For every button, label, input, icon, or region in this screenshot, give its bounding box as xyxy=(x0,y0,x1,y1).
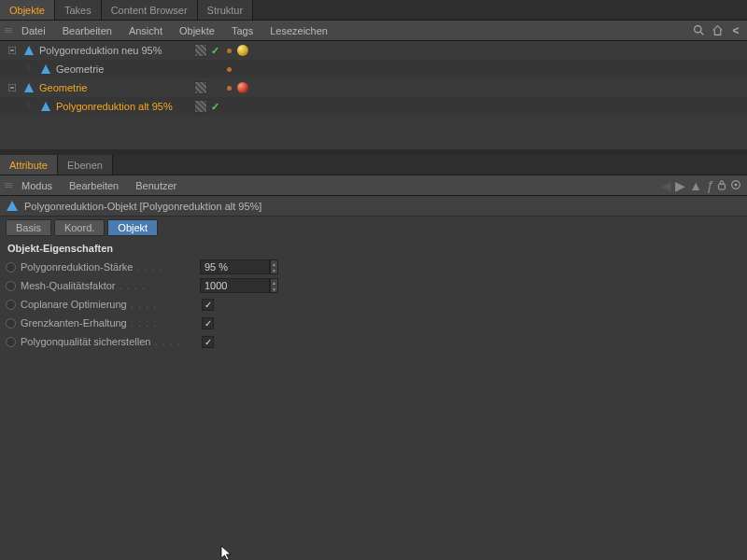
objects-tab-bar: ObjekteTakesContent BrowserStruktur xyxy=(0,0,747,21)
material-tag-icon[interactable] xyxy=(236,81,249,94)
layer-tag-icon[interactable] xyxy=(194,81,207,94)
layer-tag-icon[interactable] xyxy=(194,100,207,113)
subtab-basis[interactable]: Basis xyxy=(6,219,51,236)
spinner-down-icon[interactable]: ▼ xyxy=(271,286,277,292)
tree-item-label[interactable]: Polygonreduktion neu 95% xyxy=(39,45,162,56)
object-header-title: Polygonreduktion-Objekt [Polygonreduktio… xyxy=(24,201,261,212)
svg-marker-4 xyxy=(24,46,34,55)
property-label: Polygonqualität sicherstellen . . . . xyxy=(21,336,200,347)
svg-point-0 xyxy=(694,26,700,33)
menu-bearbeiten[interactable]: Bearbeiten xyxy=(61,180,127,191)
attribute-sub-tabs: BasisKoord.Objekt xyxy=(0,217,747,239)
triangle-icon xyxy=(22,81,35,94)
subtab-koord[interactable]: Koord. xyxy=(54,219,105,236)
menu-tags[interactable]: Tags xyxy=(223,25,261,36)
subtab-objekt[interactable]: Objekt xyxy=(107,219,158,236)
render-dot-icon[interactable] xyxy=(222,81,235,94)
render-dot-icon[interactable] xyxy=(222,44,235,57)
svg-line-1 xyxy=(700,32,703,35)
property-label: Grenzkanten-Erhaltung . . . . xyxy=(21,317,200,329)
triangle-icon xyxy=(22,44,35,57)
svg-marker-10 xyxy=(24,83,34,92)
menu-bearbeiten[interactable]: Bearbeiten xyxy=(54,25,120,36)
tree-row[interactable]: Geometrie xyxy=(0,78,747,97)
menu-objekte[interactable]: Objekte xyxy=(171,25,223,36)
menu-datei[interactable]: Datei xyxy=(13,25,54,36)
tab-attribute[interactable]: Attribute xyxy=(0,155,58,175)
property-label: Polygonreduktion-Stärke . . . . xyxy=(21,261,200,273)
menu-ansicht[interactable]: Ansicht xyxy=(120,25,171,36)
tree-item-label[interactable]: Polygonreduktion alt 95% xyxy=(56,101,173,112)
lock-icon[interactable] xyxy=(717,178,726,193)
polygon-reduction-icon xyxy=(6,200,19,213)
tag-area xyxy=(187,81,249,94)
svg-point-16 xyxy=(735,183,738,186)
property-row: Polygonreduktion-Stärke . . . .95 %▲▼ xyxy=(0,258,747,276)
grip-icon xyxy=(2,183,13,188)
object-menu-bar: DateiBearbeitenAnsichtObjekteTagsLesezei… xyxy=(0,21,747,41)
property-row: Polygonqualität sicherstellen . . . .✓ xyxy=(0,332,747,351)
grip-icon xyxy=(2,28,13,33)
tag-area: ✓ xyxy=(187,44,249,57)
tree-branch-icon xyxy=(24,64,34,74)
property-bullet-icon[interactable] xyxy=(6,318,16,329)
tab-ebenen[interactable]: Ebenen xyxy=(58,155,113,175)
property-value-input[interactable]: 95 % xyxy=(200,259,270,274)
property-checkbox[interactable]: ✓ xyxy=(202,336,214,348)
tree-item-label[interactable]: Geometrie xyxy=(56,63,104,75)
home-icon[interactable] xyxy=(710,23,725,38)
attribute-menu-bar: ModusBearbeitenBenutzer ◀ ▶ ▲ ƒ xyxy=(0,175,747,196)
tree-row[interactable]: Geometrie xyxy=(0,60,747,78)
property-label: Mesh-Qualitätsfaktor . . . . xyxy=(21,280,200,291)
tab-takes[interactable]: Takes xyxy=(55,0,102,20)
render-dot-icon[interactable] xyxy=(222,63,235,76)
tab-objekte[interactable]: Objekte xyxy=(0,0,55,20)
menu-modus[interactable]: Modus xyxy=(13,180,61,191)
object-tree: Polygonreduktion neu 95%✓GeometrieGeomet… xyxy=(0,41,747,149)
spinner-up-icon[interactable]: ▲ xyxy=(271,260,277,267)
tree-item-label[interactable]: Geometrie xyxy=(39,82,87,93)
visibility-check-icon[interactable]: ✓ xyxy=(208,44,221,57)
properties-title: Objekt-Eigenschaften xyxy=(0,239,747,258)
tag-area: ✓ xyxy=(187,100,249,113)
tree-branch-icon xyxy=(24,102,34,111)
settings-icon[interactable] xyxy=(730,178,741,193)
menu-benutzer[interactable]: Benutzer xyxy=(127,180,185,191)
property-bullet-icon[interactable] xyxy=(6,300,16,310)
triangle-icon xyxy=(39,63,52,76)
material-tag-icon[interactable] xyxy=(236,44,249,57)
chevron-left-icon[interactable]: < xyxy=(728,23,743,38)
nav-up-icon[interactable]: ▲ xyxy=(689,178,702,193)
spinner-down-icon[interactable]: ▼ xyxy=(271,267,277,273)
spinner-up-icon[interactable]: ▲ xyxy=(271,279,277,286)
property-value-input[interactable]: 1000 xyxy=(200,278,270,293)
svg-marker-13 xyxy=(41,102,50,111)
spinner-control[interactable]: ▲▼ xyxy=(270,278,278,293)
nav-forward-icon[interactable]: ▶ xyxy=(675,178,685,193)
tab-content-browser[interactable]: Content Browser xyxy=(102,0,198,20)
expand-toggle[interactable] xyxy=(7,83,17,92)
expand-toggle[interactable] xyxy=(7,46,17,55)
property-bullet-icon[interactable] xyxy=(6,337,16,347)
property-checkbox[interactable]: ✓ xyxy=(202,317,214,329)
svg-marker-17 xyxy=(7,201,18,211)
property-bullet-icon[interactable] xyxy=(6,281,16,291)
property-bullet-icon[interactable] xyxy=(6,262,16,273)
tree-row[interactable]: Polygonreduktion neu 95%✓ xyxy=(0,41,747,60)
function-icon[interactable]: ƒ xyxy=(706,178,713,193)
nav-back-icon[interactable]: ◀ xyxy=(661,178,671,193)
tag-area xyxy=(187,63,249,76)
mouse-cursor-icon xyxy=(220,545,233,560)
spinner-control[interactable]: ▲▼ xyxy=(270,259,278,274)
svg-rect-14 xyxy=(719,184,726,189)
search-icon[interactable] xyxy=(691,23,706,38)
layer-tag-icon[interactable] xyxy=(194,44,207,57)
visibility-check-icon[interactable]: ✓ xyxy=(208,100,221,113)
property-row: Grenzkanten-Erhaltung . . . .✓ xyxy=(0,314,747,332)
tree-row[interactable]: Polygonreduktion alt 95%✓ xyxy=(0,97,747,116)
svg-marker-7 xyxy=(41,64,50,74)
tab-struktur[interactable]: Struktur xyxy=(198,0,254,20)
menu-lesezeichen[interactable]: Lesezeichen xyxy=(261,25,336,36)
object-header: Polygonreduktion-Objekt [Polygonreduktio… xyxy=(0,196,747,217)
property-checkbox[interactable]: ✓ xyxy=(202,299,214,311)
